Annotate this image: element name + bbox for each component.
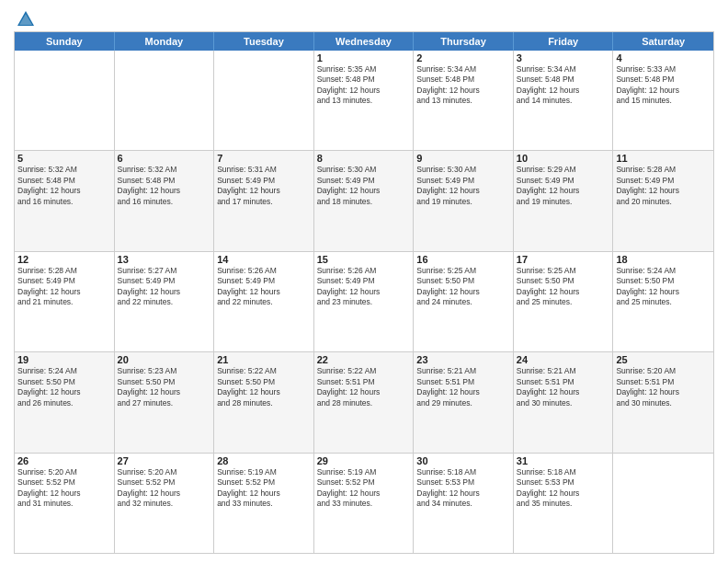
cell-info: Sunrise: 5:20 AM Sunset: 5:52 PM Dayligh… (118, 467, 211, 510)
cell-info: Sunrise: 5:19 AM Sunset: 5:52 PM Dayligh… (317, 467, 411, 510)
cell-info: Sunrise: 5:24 AM Sunset: 5:50 PM Dayligh… (17, 366, 111, 408)
cell-info: Sunrise: 5:34 AM Sunset: 5:48 PM Dayligh… (416, 64, 510, 107)
cal-cell-0-2 (214, 51, 314, 150)
cell-info: Sunrise: 5:35 AM Sunset: 5:48 PM Dayligh… (317, 64, 411, 107)
day-number: 13 (118, 254, 211, 265)
day-number: 31 (517, 455, 610, 466)
cal-cell-1-4: 9Sunrise: 5:30 AM Sunset: 5:49 PM Daylig… (414, 151, 514, 250)
calendar-row-2: 12Sunrise: 5:28 AM Sunset: 5:49 PM Dayli… (15, 251, 713, 351)
cal-cell-1-0: 5Sunrise: 5:32 AM Sunset: 5:48 PM Daylig… (15, 151, 115, 250)
cal-cell-2-3: 15Sunrise: 5:26 AM Sunset: 5:49 PM Dayli… (314, 252, 415, 351)
cell-info: Sunrise: 5:26 AM Sunset: 5:49 PM Dayligh… (317, 266, 411, 308)
day-number: 21 (217, 354, 311, 365)
day-number: 2 (416, 52, 510, 63)
cal-cell-3-2: 21Sunrise: 5:22 AM Sunset: 5:50 PM Dayli… (214, 352, 314, 452)
day-number: 5 (17, 153, 111, 164)
cell-info: Sunrise: 5:20 AM Sunset: 5:51 PM Dayligh… (616, 366, 711, 408)
cal-cell-3-3: 22Sunrise: 5:22 AM Sunset: 5:51 PM Dayli… (314, 352, 415, 452)
calendar-row-4: 26Sunrise: 5:20 AM Sunset: 5:52 PM Dayli… (15, 453, 713, 553)
day-number: 4 (616, 52, 711, 63)
cal-cell-1-3: 8Sunrise: 5:30 AM Sunset: 5:49 PM Daylig… (314, 151, 415, 250)
cell-info: Sunrise: 5:32 AM Sunset: 5:48 PM Dayligh… (17, 165, 111, 207)
cell-info: Sunrise: 5:25 AM Sunset: 5:50 PM Dayligh… (416, 266, 510, 308)
calendar-body: 1Sunrise: 5:35 AM Sunset: 5:48 PM Daylig… (15, 51, 713, 553)
cell-info: Sunrise: 5:32 AM Sunset: 5:48 PM Dayligh… (118, 165, 211, 207)
day-number: 22 (317, 354, 411, 365)
day-number: 28 (217, 455, 311, 466)
calendar-header: SundayMondayTuesdayWednesdayThursdayFrid… (15, 32, 713, 51)
cell-info: Sunrise: 5:31 AM Sunset: 5:49 PM Dayligh… (217, 165, 311, 207)
day-number: 24 (517, 354, 610, 365)
cell-info: Sunrise: 5:27 AM Sunset: 5:49 PM Dayligh… (118, 266, 211, 308)
cal-cell-1-6: 11Sunrise: 5:28 AM Sunset: 5:49 PM Dayli… (613, 151, 713, 250)
cell-info: Sunrise: 5:28 AM Sunset: 5:49 PM Dayligh… (616, 165, 711, 207)
weekday-header-sunday: Sunday (15, 32, 115, 51)
cal-cell-4-5: 31Sunrise: 5:18 AM Sunset: 5:53 PM Dayli… (514, 454, 614, 553)
cell-info: Sunrise: 5:21 AM Sunset: 5:51 PM Dayligh… (517, 366, 610, 408)
cal-cell-2-1: 13Sunrise: 5:27 AM Sunset: 5:49 PM Dayli… (115, 252, 215, 351)
cell-info: Sunrise: 5:28 AM Sunset: 5:49 PM Dayligh… (17, 266, 111, 308)
day-number: 27 (118, 455, 211, 466)
day-number: 17 (517, 254, 610, 265)
cell-info: Sunrise: 5:19 AM Sunset: 5:52 PM Dayligh… (217, 467, 311, 510)
cal-cell-4-2: 28Sunrise: 5:19 AM Sunset: 5:52 PM Dayli… (214, 454, 314, 553)
day-number: 11 (616, 153, 711, 164)
cell-info: Sunrise: 5:25 AM Sunset: 5:50 PM Dayligh… (517, 266, 610, 308)
cal-cell-0-6: 4Sunrise: 5:33 AM Sunset: 5:48 PM Daylig… (613, 51, 713, 150)
cell-info: Sunrise: 5:34 AM Sunset: 5:48 PM Dayligh… (517, 64, 610, 107)
day-number: 12 (17, 254, 111, 265)
day-number: 7 (217, 153, 311, 164)
day-number: 18 (616, 254, 711, 265)
day-number: 19 (17, 354, 111, 365)
cell-info: Sunrise: 5:22 AM Sunset: 5:50 PM Dayligh… (217, 366, 311, 408)
calendar: SundayMondayTuesdayWednesdayThursdayFrid… (14, 31, 714, 554)
cal-cell-3-4: 23Sunrise: 5:21 AM Sunset: 5:51 PM Dayli… (414, 352, 514, 452)
cal-cell-3-1: 20Sunrise: 5:23 AM Sunset: 5:50 PM Dayli… (115, 352, 215, 452)
day-number: 14 (217, 254, 311, 265)
cal-cell-4-0: 26Sunrise: 5:20 AM Sunset: 5:52 PM Dayli… (15, 454, 115, 553)
cell-info: Sunrise: 5:22 AM Sunset: 5:51 PM Dayligh… (317, 366, 411, 408)
cell-info: Sunrise: 5:23 AM Sunset: 5:50 PM Dayligh… (118, 366, 211, 408)
cell-info: Sunrise: 5:30 AM Sunset: 5:49 PM Dayligh… (317, 165, 411, 207)
calendar-row-1: 5Sunrise: 5:32 AM Sunset: 5:48 PM Daylig… (15, 150, 713, 250)
cell-info: Sunrise: 5:18 AM Sunset: 5:53 PM Dayligh… (416, 467, 510, 510)
cal-cell-0-4: 2Sunrise: 5:34 AM Sunset: 5:48 PM Daylig… (414, 51, 514, 150)
header (14, 9, 714, 26)
cal-cell-3-6: 25Sunrise: 5:20 AM Sunset: 5:51 PM Dayli… (613, 352, 713, 452)
cal-cell-1-2: 7Sunrise: 5:31 AM Sunset: 5:49 PM Daylig… (214, 151, 314, 250)
day-number: 8 (317, 153, 411, 164)
cal-cell-0-1 (115, 51, 215, 150)
cal-cell-4-1: 27Sunrise: 5:20 AM Sunset: 5:52 PM Dayli… (115, 454, 215, 553)
day-number: 3 (517, 52, 610, 63)
day-number: 25 (616, 354, 711, 365)
logo-icon (16, 9, 36, 29)
day-number: 1 (317, 52, 411, 63)
weekday-header-thursday: Thursday (414, 32, 514, 51)
cell-info: Sunrise: 5:26 AM Sunset: 5:49 PM Dayligh… (217, 266, 311, 308)
cal-cell-2-2: 14Sunrise: 5:26 AM Sunset: 5:49 PM Dayli… (214, 252, 314, 351)
cal-cell-0-3: 1Sunrise: 5:35 AM Sunset: 5:48 PM Daylig… (314, 51, 415, 150)
cal-cell-2-6: 18Sunrise: 5:24 AM Sunset: 5:50 PM Dayli… (613, 252, 713, 351)
cal-cell-1-5: 10Sunrise: 5:29 AM Sunset: 5:49 PM Dayli… (514, 151, 614, 250)
cell-info: Sunrise: 5:24 AM Sunset: 5:50 PM Dayligh… (616, 266, 711, 308)
weekday-header-monday: Monday (115, 32, 215, 51)
day-number: 20 (118, 354, 211, 365)
cell-info: Sunrise: 5:29 AM Sunset: 5:49 PM Dayligh… (517, 165, 610, 207)
page: SundayMondayTuesdayWednesdayThursdayFrid… (0, 0, 728, 563)
cell-info: Sunrise: 5:20 AM Sunset: 5:52 PM Dayligh… (17, 467, 111, 510)
cal-cell-4-4: 30Sunrise: 5:18 AM Sunset: 5:53 PM Dayli… (414, 454, 514, 553)
logo (14, 9, 36, 26)
calendar-row-0: 1Sunrise: 5:35 AM Sunset: 5:48 PM Daylig… (15, 51, 713, 150)
day-number: 23 (416, 354, 510, 365)
cal-cell-0-5: 3Sunrise: 5:34 AM Sunset: 5:48 PM Daylig… (514, 51, 614, 150)
weekday-header-friday: Friday (514, 32, 614, 51)
day-number: 6 (118, 153, 211, 164)
cell-info: Sunrise: 5:33 AM Sunset: 5:48 PM Dayligh… (616, 64, 711, 107)
cell-info: Sunrise: 5:18 AM Sunset: 5:53 PM Dayligh… (517, 467, 610, 510)
cal-cell-3-5: 24Sunrise: 5:21 AM Sunset: 5:51 PM Dayli… (514, 352, 614, 452)
day-number: 16 (416, 254, 510, 265)
cell-info: Sunrise: 5:21 AM Sunset: 5:51 PM Dayligh… (416, 366, 510, 408)
calendar-row-3: 19Sunrise: 5:24 AM Sunset: 5:50 PM Dayli… (15, 351, 713, 452)
cal-cell-2-0: 12Sunrise: 5:28 AM Sunset: 5:49 PM Dayli… (15, 252, 115, 351)
cal-cell-2-4: 16Sunrise: 5:25 AM Sunset: 5:50 PM Dayli… (414, 252, 514, 351)
